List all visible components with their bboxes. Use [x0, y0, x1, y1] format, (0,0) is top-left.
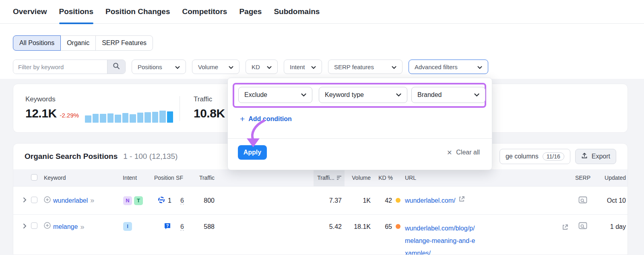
volume-value: 1K — [345, 197, 372, 204]
tab-subdomains[interactable]: Subdomains — [274, 0, 320, 24]
search-button[interactable] — [107, 60, 125, 74]
tab-position-changes[interactable]: Position Changes — [105, 0, 170, 24]
condition-field-select[interactable]: Keyword type — [319, 87, 407, 103]
col-traffic[interactable]: Traffic — [187, 175, 215, 181]
volume-filter-dropdown[interactable]: Volume — [192, 60, 239, 74]
kd-filter-dropdown[interactable]: KD — [246, 60, 278, 74]
toggle-all-positions[interactable]: All Positions — [13, 35, 61, 51]
keywords-metric-change: -2.29% — [60, 112, 79, 119]
keyword-link[interactable]: melange — [53, 222, 78, 232]
position-value: 1 — [168, 197, 171, 204]
serp-features-filter-label: SERP features — [334, 64, 374, 70]
positions-filter-label: Positions — [138, 64, 162, 70]
traffic-metric: Traffic 10.8K — [194, 95, 225, 120]
col-serp[interactable]: SERP — [571, 175, 595, 181]
condition-operator-value: Exclude — [244, 91, 267, 99]
export-button[interactable]: Export — [575, 149, 616, 164]
col-volume[interactable]: Volume — [345, 175, 372, 181]
add-keyword-icon[interactable] — [44, 222, 51, 232]
col-url[interactable]: URL — [402, 175, 571, 181]
external-link-icon[interactable] — [562, 224, 568, 233]
url-link[interactable]: wunderlabel.com/ — [405, 196, 455, 206]
table-row: melange » I ? 6 588 5.42 18.1K 65 wunder… — [13, 214, 627, 255]
manage-columns-button[interactable]: ge columns 11/16 — [500, 149, 570, 164]
col-traffic-sorted[interactable]: Traffi... — [314, 169, 345, 186]
table-range: 1 - 100 (12,135) — [123, 152, 178, 161]
clear-all-label: Clear all — [456, 149, 480, 156]
condition-value-select[interactable]: Branded — [411, 87, 485, 103]
add-condition-button[interactable]: + Add condition — [240, 115, 292, 123]
external-link-icon[interactable] — [458, 196, 465, 204]
double-chevron-icon[interactable]: » — [90, 196, 94, 205]
report-tabs: Overview Positions Position Changes Comp… — [0, 0, 644, 24]
close-icon: ✕ — [447, 149, 452, 156]
table-row: wunderlabel » N T 1 6 800 7.37 1K 42 wun… — [13, 186, 627, 214]
condition-value-value: Branded — [417, 91, 442, 99]
export-icon — [581, 152, 588, 160]
keywords-metric-value: 12.1K — [25, 107, 57, 120]
keyword-filter — [13, 60, 126, 74]
keywords-metric: Keywords 12.1K -2.29% — [25, 95, 79, 120]
manage-columns-label: ge columns — [506, 153, 539, 160]
condition-field-value: Keyword type — [325, 91, 364, 99]
updated-value: Oct 10 — [595, 197, 627, 204]
traffic-value: 800 — [187, 197, 215, 204]
condition-operator-select[interactable]: Exclude — [238, 87, 312, 103]
chevron-down-icon — [267, 64, 272, 70]
tab-positions[interactable]: Positions — [59, 0, 94, 24]
kd-value: 42 — [372, 197, 393, 204]
clear-all-button[interactable]: ✕ Clear all — [447, 145, 480, 160]
url-link[interactable]: wunderlabel.com/blog/p/melange-meaning-a… — [405, 222, 478, 255]
row-checkbox[interactable] — [31, 222, 37, 229]
chevron-down-icon — [396, 91, 401, 99]
chevron-down-icon — [311, 64, 316, 70]
tab-pages[interactable]: Pages — [239, 0, 262, 24]
toggle-organic[interactable]: Organic — [60, 35, 96, 51]
intent-filter-dropdown[interactable]: Intent — [284, 60, 322, 74]
chevron-down-icon — [301, 91, 306, 99]
serp-preview-icon[interactable] — [578, 222, 587, 232]
col-sf[interactable]: SF — [172, 175, 187, 181]
keyword-filter-input[interactable] — [13, 60, 107, 74]
double-chevron-icon[interactable]: » — [80, 222, 84, 232]
link-position-icon — [157, 196, 165, 206]
select-all-checkbox[interactable] — [31, 174, 37, 181]
col-kd[interactable]: KD % — [372, 175, 393, 181]
tab-competitors[interactable]: Competitors — [182, 0, 227, 24]
positions-filter-dropdown[interactable]: Positions — [132, 60, 186, 74]
filter-bar: Positions Volume KD Intent SERP features… — [13, 60, 488, 74]
row-checkbox[interactable] — [31, 197, 37, 203]
col-position[interactable]: Position — [154, 175, 172, 181]
intent-badge-transactional: T — [134, 196, 143, 205]
chevron-down-icon — [474, 91, 479, 99]
serp-features-count[interactable]: 6 — [180, 223, 184, 230]
position-type-toggle: All Positions Organic SERP Features — [13, 35, 153, 51]
volume-value: 18.1K — [345, 222, 372, 232]
serp-features-filter-dropdown[interactable]: SERP features — [328, 60, 402, 74]
apply-button[interactable]: Apply — [238, 145, 267, 160]
tab-overview[interactable]: Overview — [13, 0, 47, 24]
serp-features-count[interactable]: 6 — [180, 197, 184, 204]
updated-value: 1 day — [595, 222, 627, 232]
export-label: Export — [592, 153, 610, 160]
expand-row-icon[interactable] — [23, 223, 27, 230]
chevron-down-icon — [392, 64, 396, 70]
chevron-down-icon — [477, 64, 482, 70]
advanced-filters-dropdown[interactable]: Advanced filters — [409, 60, 488, 74]
serp-preview-icon[interactable] — [578, 196, 587, 205]
col-updated[interactable]: Updated — [595, 175, 627, 181]
advanced-filters-label: Advanced filters — [415, 64, 458, 70]
col-intent[interactable]: Intent — [122, 175, 154, 181]
toggle-serp-features[interactable]: SERP Features — [95, 35, 153, 51]
keyword-link[interactable]: wunderlabel — [53, 197, 88, 204]
traffic-percent-value: 7.37 — [314, 197, 345, 204]
kd-value: 65 — [372, 222, 393, 232]
col-keyword[interactable]: Keyword — [44, 175, 122, 181]
intent-badge-navigational: N — [123, 196, 132, 205]
chevron-down-icon — [175, 64, 180, 70]
add-keyword-icon[interactable] — [44, 196, 51, 205]
expand-row-icon[interactable] — [23, 197, 27, 204]
col-traffic-sorted-label: Traffi... — [317, 175, 334, 181]
table-title: Organic Search Positions — [25, 152, 118, 161]
traffic-metric-value: 10.8K — [194, 107, 225, 120]
